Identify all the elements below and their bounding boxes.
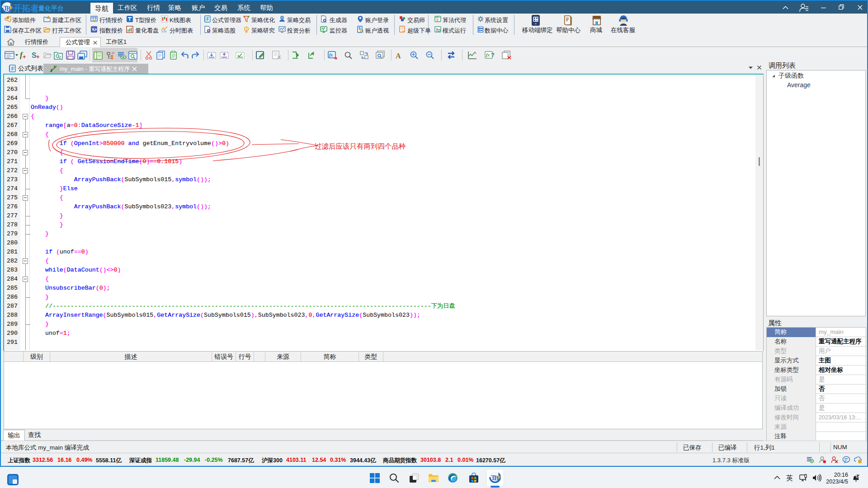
svg-text:+: + (23, 53, 26, 60)
svg-text:F: F (207, 17, 209, 22)
svg-text:$: $ (359, 27, 361, 30)
svg-text:B: B (494, 474, 499, 482)
svg-text:fx: fx (329, 52, 333, 57)
svg-text:¥: ¥ (94, 19, 96, 23)
svg-text:+: + (36, 53, 40, 60)
svg-text:A: A (396, 52, 401, 59)
svg-text:B: B (6, 5, 10, 12)
svg-text:F: F (11, 66, 14, 71)
svg-text:fx: fx (486, 52, 490, 57)
svg-text:过滤后应该只有两到四个品种: 过滤后应该只有两到四个品种 (315, 142, 406, 150)
svg-text:¥: ¥ (436, 18, 439, 22)
svg-text:?: ? (491, 52, 495, 58)
